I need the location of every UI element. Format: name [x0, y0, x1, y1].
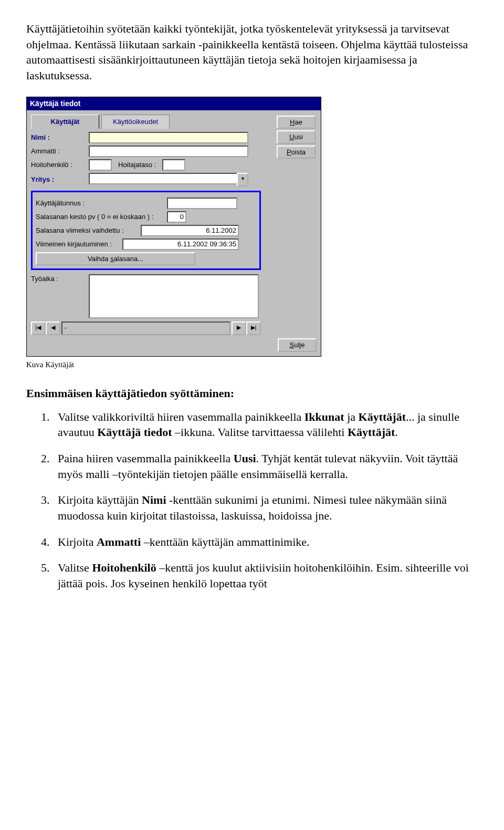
tyoaika-textarea[interactable]: [89, 274, 259, 318]
step-5: Valitse Hoitohenkilö –kenttä jos kuulut …: [52, 560, 478, 591]
dialog-titlebar: Käyttäjä tiedot: [27, 97, 321, 110]
uusi-button[interactable]: Uusi: [277, 130, 316, 144]
salasana-kesto-input[interactable]: 0: [167, 211, 186, 223]
figure-caption: Kuva Käyttäjät: [26, 359, 478, 370]
yritys-combo[interactable]: ▾: [89, 173, 248, 186]
hae-button[interactable]: Hae: [277, 116, 316, 129]
label-nimi: Nimi :: [31, 133, 89, 142]
step-3: Kirjoita käyttäjän Nimi -kenttään sukuni…: [52, 492, 478, 523]
vaihda-salasana-button[interactable]: Vaihda salasana...: [36, 252, 195, 266]
tab-kayttooikeudet[interactable]: Käyttöoikeudet: [101, 115, 170, 129]
label-kayttajatunnus: Käyttäjätunnus :: [36, 199, 167, 208]
label-viim-kirj: Viimeinen kirjautuminen :: [36, 240, 122, 249]
label-tyoaika: Työaika :: [31, 274, 89, 284]
label-ammatti: Ammatti :: [31, 147, 89, 156]
kayttajatunnus-input[interactable]: [167, 198, 237, 209]
nimi-input[interactable]: [89, 132, 248, 143]
dropdown-icon[interactable]: ▾: [237, 173, 248, 186]
step-4: Kirjoita Ammatti –kenttään käyttäjän amm…: [52, 534, 478, 550]
viim-kirj-value: 6.11.2002 09:36:35: [122, 238, 239, 250]
nav-last-button[interactable]: ▶|: [246, 321, 261, 335]
nav-display: -: [61, 321, 230, 335]
ammatti-input[interactable]: [89, 146, 248, 157]
label-hoitohenkilo: Hoitohenkilö :: [31, 160, 89, 170]
dialog-window: Käyttäjä tiedot Hae Uusi Poista Käyttäjä…: [26, 97, 321, 357]
label-salasana-kesto: Salasanan kesto pv ( 0 = ei koskaan ) :: [36, 212, 167, 222]
salasana-vaih-value: 6.11.2002: [141, 225, 239, 236]
label-hoitajataso: Hoitajataso :: [118, 160, 156, 170]
step-2: Paina hiiren vasemmalla painikkeella Uus…: [52, 451, 478, 482]
section-heading: Ensimmäisen käyttäjätiedon syöttäminen:: [26, 386, 478, 401]
nav-prev-button[interactable]: ◀: [46, 321, 60, 335]
intro-paragraph: Käyttäjätietoihin syötetään kaikki työnt…: [26, 21, 478, 84]
nav-next-button[interactable]: ▶: [232, 321, 246, 335]
tab-kayttajat[interactable]: Käyttäjät: [31, 115, 99, 129]
step-1: Valitse valikkoriviltä hiiren vasemmalla…: [52, 409, 478, 440]
label-yritys: Yritys :: [31, 175, 89, 184]
nav-first-button[interactable]: |◀: [31, 321, 46, 335]
label-salasana-vaihdettu: Salasana viimeksi vaihdettu :: [36, 226, 141, 235]
hoitohenkilo-input[interactable]: [89, 159, 112, 171]
poista-button[interactable]: Poista: [277, 146, 316, 159]
hoitajataso-input[interactable]: [162, 159, 185, 171]
sulje-button[interactable]: Sulje: [278, 338, 317, 352]
credentials-frame: Käyttäjätunnus : Salasanan kesto pv ( 0 …: [31, 191, 261, 271]
